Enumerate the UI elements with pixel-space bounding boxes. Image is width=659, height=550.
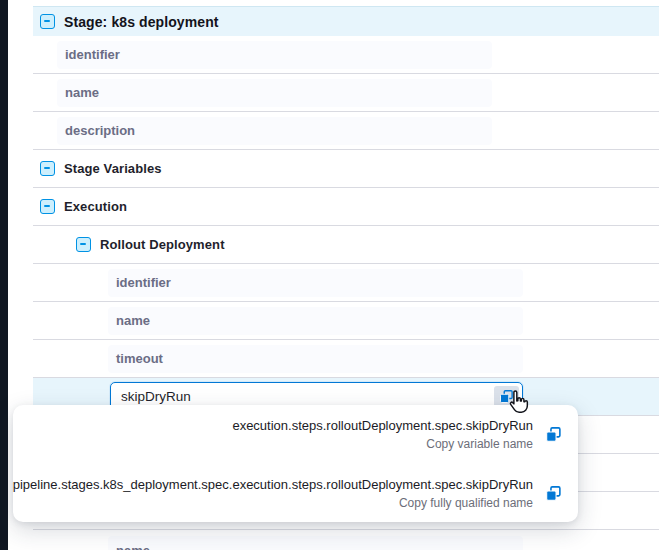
copy-option-text: execution.steps.rolloutDeployment.spec.s…: [232, 418, 533, 451]
tree-row: identifier: [33, 264, 659, 302]
copy-option-text: pipeline.stages.k8s_deployment.spec.exec…: [13, 477, 533, 510]
variable-path: execution.steps.rolloutDeployment.spec.s…: [232, 418, 533, 433]
section-label: Rollout Deployment: [100, 237, 225, 252]
tree-section-stage-variables[interactable]: Stage Variables: [33, 150, 659, 188]
tree-row: timeout: [33, 340, 659, 378]
tree-section-stage-k8s-deployment[interactable]: Stage: k8s deployment: [33, 6, 659, 36]
variable-label: identifier: [116, 275, 171, 290]
copy-button[interactable]: [494, 386, 519, 407]
variable-label: timeout: [116, 351, 163, 366]
variable-name-value: skipDryRun: [121, 389, 191, 404]
tree-section-rollout-deployment[interactable]: Rollout Deployment: [33, 226, 659, 264]
variable-label: name: [116, 313, 150, 328]
variable-label: name: [116, 543, 150, 550]
minus-square-icon[interactable]: [40, 14, 55, 29]
copy-action-label: Copy fully qualified name: [13, 496, 533, 510]
copy-option-fully-qualified-name[interactable]: pipeline.stages.k8s_deployment.spec.exec…: [13, 475, 564, 512]
variable-label: name: [65, 85, 99, 100]
variable-path: pipeline.stages.k8s_deployment.spec.exec…: [13, 477, 533, 492]
copy-action-label: Copy variable name: [232, 437, 533, 451]
copy-option-variable-name[interactable]: execution.steps.rolloutDeployment.spec.s…: [13, 416, 564, 453]
tree-row: name: [33, 530, 659, 550]
tree-row: name: [33, 74, 659, 112]
tree-row: description: [33, 112, 659, 150]
section-label: Stage Variables: [64, 161, 162, 176]
section-label: Stage: k8s deployment: [64, 14, 219, 30]
minus-square-icon[interactable]: [76, 237, 91, 252]
variable-label: description: [65, 123, 135, 138]
variable-field-timeout[interactable]: timeout: [108, 345, 523, 373]
variable-field-name[interactable]: name: [108, 536, 523, 550]
copy-icon[interactable]: [545, 485, 562, 502]
tree-row: name: [33, 302, 659, 340]
minus-square-icon[interactable]: [40, 161, 55, 176]
variable-field-name[interactable]: name: [57, 79, 492, 107]
copy-variable-popover: execution.steps.rolloutDeployment.spec.s…: [13, 405, 578, 522]
minus-square-icon[interactable]: [40, 199, 55, 214]
tree-section-execution[interactable]: Execution: [33, 188, 659, 226]
variable-field-description[interactable]: description: [57, 117, 492, 145]
copy-icon[interactable]: [545, 426, 562, 443]
section-label: Execution: [64, 199, 127, 214]
variable-label: identifier: [65, 47, 120, 62]
variable-field-identifier[interactable]: identifier: [57, 41, 492, 69]
collapsed-dark-sidebar: [0, 0, 8, 550]
variable-field-name[interactable]: name: [108, 307, 523, 335]
tree-row: identifier: [33, 36, 659, 74]
copy-icon: [499, 389, 514, 404]
variable-field-identifier[interactable]: identifier: [108, 269, 523, 297]
